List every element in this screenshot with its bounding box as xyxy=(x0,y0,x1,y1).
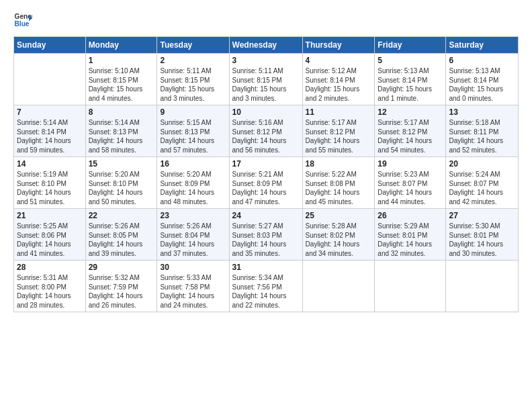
cell-content: Sunrise: 5:33 AMSunset: 7:58 PMDaylight:… xyxy=(160,274,214,309)
day-number: 14 xyxy=(17,159,83,169)
cell-content: Sunrise: 5:17 AMSunset: 8:12 PMDaylight:… xyxy=(306,119,360,154)
calendar-cell xyxy=(14,54,86,105)
day-number: 23 xyxy=(160,211,226,220)
calendar-cell: 27Sunrise: 5:30 AMSunset: 8:01 PMDayligh… xyxy=(446,209,519,261)
day-number: 13 xyxy=(449,107,515,117)
cell-content: Sunrise: 5:14 AMSunset: 8:13 PMDaylight:… xyxy=(89,119,143,154)
weekday-header: Monday xyxy=(85,37,157,54)
calendar-cell: 11Sunrise: 5:17 AMSunset: 8:12 PMDayligh… xyxy=(302,105,375,157)
svg-text:Blue: Blue xyxy=(15,20,30,28)
calendar-week-row: 7Sunrise: 5:14 AMSunset: 8:14 PMDaylight… xyxy=(14,105,519,157)
header-row: SundayMondayTuesdayWednesdayThursdayFrid… xyxy=(14,37,519,54)
calendar-cell: 30Sunrise: 5:33 AMSunset: 7:58 PMDayligh… xyxy=(157,261,229,312)
day-number: 31 xyxy=(232,263,300,272)
day-number: 29 xyxy=(89,263,154,272)
day-number: 1 xyxy=(89,56,154,65)
calendar-cell: 20Sunrise: 5:24 AMSunset: 8:07 PMDayligh… xyxy=(446,157,519,209)
cell-content: Sunrise: 5:23 AMSunset: 8:07 PMDaylight:… xyxy=(378,171,432,205)
calendar-cell: 21Sunrise: 5:25 AMSunset: 8:06 PMDayligh… xyxy=(14,209,86,261)
calendar-cell: 26Sunrise: 5:29 AMSunset: 8:01 PMDayligh… xyxy=(375,209,446,261)
day-number: 4 xyxy=(306,56,372,65)
calendar-cell xyxy=(302,261,375,312)
day-number: 11 xyxy=(306,107,372,117)
day-number: 5 xyxy=(378,56,443,65)
calendar-table: SundayMondayTuesdayWednesdayThursdayFrid… xyxy=(13,36,519,312)
cell-content: Sunrise: 5:13 AMSunset: 8:14 PMDaylight:… xyxy=(449,67,503,102)
day-number: 3 xyxy=(232,56,300,65)
day-number: 18 xyxy=(306,159,372,169)
calendar-cell: 23Sunrise: 5:26 AMSunset: 8:04 PMDayligh… xyxy=(157,209,229,261)
calendar-cell: 25Sunrise: 5:28 AMSunset: 8:02 PMDayligh… xyxy=(302,209,375,261)
calendar-cell: 3Sunrise: 5:11 AMSunset: 8:15 PMDaylight… xyxy=(229,54,302,105)
day-number: 17 xyxy=(232,159,300,169)
cell-content: Sunrise: 5:18 AMSunset: 8:11 PMDaylight:… xyxy=(449,119,503,154)
calendar-week-row: 14Sunrise: 5:19 AMSunset: 8:10 PMDayligh… xyxy=(14,157,519,209)
cell-content: Sunrise: 5:19 AMSunset: 8:10 PMDaylight:… xyxy=(17,171,71,205)
cell-content: Sunrise: 5:11 AMSunset: 8:15 PMDaylight:… xyxy=(160,67,214,102)
day-number: 19 xyxy=(378,159,443,169)
day-number: 9 xyxy=(160,107,226,117)
cell-content: Sunrise: 5:15 AMSunset: 8:13 PMDaylight:… xyxy=(160,119,214,154)
calendar-week-row: 1Sunrise: 5:10 AMSunset: 8:15 PMDaylight… xyxy=(14,54,519,105)
calendar-cell: 18Sunrise: 5:22 AMSunset: 8:08 PMDayligh… xyxy=(302,157,375,209)
calendar-cell: 5Sunrise: 5:13 AMSunset: 8:14 PMDaylight… xyxy=(375,54,446,105)
calendar-cell: 24Sunrise: 5:27 AMSunset: 8:03 PMDayligh… xyxy=(229,209,302,261)
calendar-cell: 10Sunrise: 5:16 AMSunset: 8:12 PMDayligh… xyxy=(229,105,302,157)
cell-content: Sunrise: 5:12 AMSunset: 8:14 PMDaylight:… xyxy=(306,67,360,102)
cell-content: Sunrise: 5:34 AMSunset: 7:56 PMDaylight:… xyxy=(232,274,287,309)
calendar-week-row: 28Sunrise: 5:31 AMSunset: 8:00 PMDayligh… xyxy=(14,261,519,312)
cell-content: Sunrise: 5:25 AMSunset: 8:06 PMDaylight:… xyxy=(17,222,71,257)
day-number: 6 xyxy=(449,56,515,65)
weekday-header: Tuesday xyxy=(157,37,229,54)
calendar-cell: 12Sunrise: 5:17 AMSunset: 8:12 PMDayligh… xyxy=(375,105,446,157)
calendar-cell: 9Sunrise: 5:15 AMSunset: 8:13 PMDaylight… xyxy=(157,105,229,157)
logo: General Blue xyxy=(13,11,32,30)
day-number: 15 xyxy=(89,159,154,169)
cell-content: Sunrise: 5:27 AMSunset: 8:03 PMDaylight:… xyxy=(232,222,287,257)
cell-content: Sunrise: 5:24 AMSunset: 8:07 PMDaylight:… xyxy=(449,171,503,205)
day-number: 25 xyxy=(306,211,372,220)
cell-content: Sunrise: 5:11 AMSunset: 8:15 PMDaylight:… xyxy=(232,67,287,102)
cell-content: Sunrise: 5:10 AMSunset: 8:15 PMDaylight:… xyxy=(89,67,143,102)
cell-content: Sunrise: 5:30 AMSunset: 8:01 PMDaylight:… xyxy=(449,222,503,257)
calendar-cell xyxy=(446,261,519,312)
calendar-cell: 28Sunrise: 5:31 AMSunset: 8:00 PMDayligh… xyxy=(14,261,86,312)
cell-content: Sunrise: 5:21 AMSunset: 8:09 PMDaylight:… xyxy=(232,171,287,205)
cell-content: Sunrise: 5:20 AMSunset: 8:10 PMDaylight:… xyxy=(89,171,143,205)
day-number: 12 xyxy=(378,107,443,117)
calendar-cell: 6Sunrise: 5:13 AMSunset: 8:14 PMDaylight… xyxy=(446,54,519,105)
calendar-week-row: 21Sunrise: 5:25 AMSunset: 8:06 PMDayligh… xyxy=(14,209,519,261)
day-number: 28 xyxy=(17,263,83,272)
cell-content: Sunrise: 5:13 AMSunset: 8:14 PMDaylight:… xyxy=(378,67,432,102)
calendar-cell xyxy=(375,261,446,312)
calendar-cell: 7Sunrise: 5:14 AMSunset: 8:14 PMDaylight… xyxy=(14,105,86,157)
day-number: 26 xyxy=(378,211,443,220)
calendar-cell: 4Sunrise: 5:12 AMSunset: 8:14 PMDaylight… xyxy=(302,54,375,105)
cell-content: Sunrise: 5:28 AMSunset: 8:02 PMDaylight:… xyxy=(306,222,360,257)
calendar-cell: 13Sunrise: 5:18 AMSunset: 8:11 PMDayligh… xyxy=(446,105,519,157)
calendar-cell: 2Sunrise: 5:11 AMSunset: 8:15 PMDaylight… xyxy=(157,54,229,105)
day-number: 20 xyxy=(449,159,515,169)
calendar-cell: 31Sunrise: 5:34 AMSunset: 7:56 PMDayligh… xyxy=(229,261,302,312)
day-number: 16 xyxy=(160,159,226,169)
weekday-header: Friday xyxy=(375,37,446,54)
cell-content: Sunrise: 5:17 AMSunset: 8:12 PMDaylight:… xyxy=(378,119,432,154)
calendar-cell: 15Sunrise: 5:20 AMSunset: 8:10 PMDayligh… xyxy=(85,157,157,209)
day-number: 7 xyxy=(17,107,83,117)
calendar-cell: 1Sunrise: 5:10 AMSunset: 8:15 PMDaylight… xyxy=(85,54,157,105)
calendar-cell: 19Sunrise: 5:23 AMSunset: 8:07 PMDayligh… xyxy=(375,157,446,209)
day-number: 21 xyxy=(17,211,83,220)
day-number: 30 xyxy=(160,263,226,272)
weekday-header: Saturday xyxy=(446,37,519,54)
cell-content: Sunrise: 5:20 AMSunset: 8:09 PMDaylight:… xyxy=(160,171,214,205)
calendar-cell: 16Sunrise: 5:20 AMSunset: 8:09 PMDayligh… xyxy=(157,157,229,209)
calendar-cell: 22Sunrise: 5:26 AMSunset: 8:05 PMDayligh… xyxy=(85,209,157,261)
weekday-header: Sunday xyxy=(14,37,86,54)
cell-content: Sunrise: 5:26 AMSunset: 8:04 PMDaylight:… xyxy=(160,222,214,257)
day-number: 27 xyxy=(449,211,515,220)
page: General Blue SundayMondayTuesdayWednesda… xyxy=(0,0,532,411)
day-number: 24 xyxy=(232,211,300,220)
calendar-cell: 8Sunrise: 5:14 AMSunset: 8:13 PMDaylight… xyxy=(85,105,157,157)
logo-icon: General Blue xyxy=(13,11,32,30)
day-number: 2 xyxy=(160,56,226,65)
